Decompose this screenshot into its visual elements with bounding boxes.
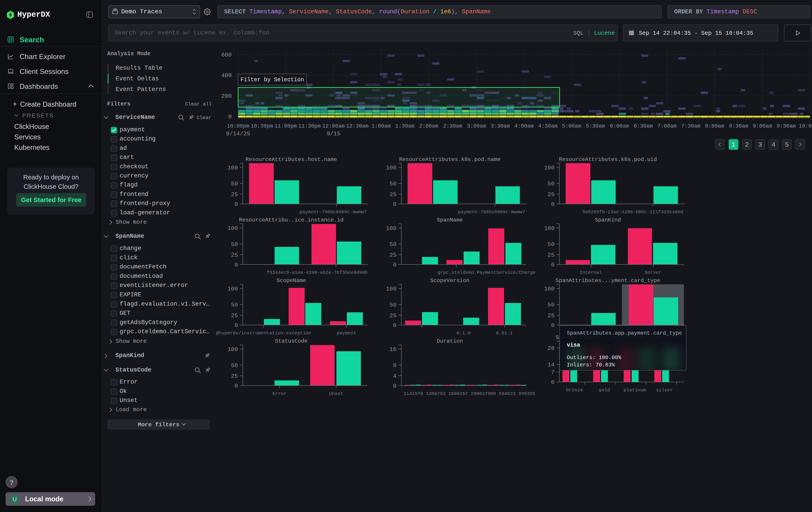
svg-text:0: 0 xyxy=(393,262,397,268)
svg-text:payment-7985c8969c-mwmw7: payment-7985c8969c-mwmw7 xyxy=(458,210,525,215)
svg-text:100: 100 xyxy=(386,164,397,171)
svg-text:50: 50 xyxy=(548,302,554,308)
svg-text:50: 50 xyxy=(389,181,397,187)
svg-text:0: 0 xyxy=(234,201,238,208)
svg-text:1141978 1386792 1600267 200027: 1141978 1386792 1600267 200027900 584623… xyxy=(404,391,535,396)
svg-text:25: 25 xyxy=(231,373,238,380)
svg-text:7: 7 xyxy=(551,369,554,376)
svg-text:Unset: Unset xyxy=(329,391,343,396)
svg-text:14: 14 xyxy=(548,361,554,368)
svg-text:ResourceAttributes.k8s.pod.nam: ResourceAttributes.k8s.pod.name xyxy=(399,157,500,162)
svg-text:50: 50 xyxy=(231,362,238,369)
svg-text:0: 0 xyxy=(234,322,238,329)
svg-text:0: 0 xyxy=(234,262,238,268)
svg-text:payment: payment xyxy=(337,330,356,336)
svg-text:grpc.oteldemo.PaymentService/C: grpc.oteldemo.PaymentService/Charge xyxy=(437,270,535,275)
svg-text:@hyperdx/instrumentation-excep: @hyperdx/instrumentation-exception xyxy=(216,330,311,336)
svg-text:0: 0 xyxy=(393,322,397,329)
svg-text:50: 50 xyxy=(231,181,238,187)
svg-text:gold: gold xyxy=(599,387,610,393)
svg-text:StatusCode: StatusCode xyxy=(275,338,308,344)
svg-text:50: 50 xyxy=(389,241,397,248)
svg-text:0: 0 xyxy=(234,383,238,389)
svg-text:25: 25 xyxy=(389,191,397,198)
svg-text:ResourceAttributes.k8s.pod.uid: ResourceAttributes.k8s.pod.uid xyxy=(559,157,657,162)
svg-text:25: 25 xyxy=(548,191,554,198)
svg-text:0: 0 xyxy=(551,379,554,386)
svg-text:ScopeName: ScopeName xyxy=(277,277,306,284)
svg-text:Internal: Internal xyxy=(580,270,602,275)
svg-text:25: 25 xyxy=(548,312,554,319)
svg-text:4: 4 xyxy=(393,373,397,380)
svg-text:28: 28 xyxy=(548,345,554,352)
svg-text:Duration: Duration xyxy=(437,338,463,344)
svg-text:100: 100 xyxy=(228,164,238,171)
svg-text:100: 100 xyxy=(228,225,238,232)
svg-text:0: 0 xyxy=(393,383,397,389)
svg-text:SpanName: SpanName xyxy=(437,217,463,223)
svg-text:Server: Server xyxy=(644,270,662,275)
svg-text:0: 0 xyxy=(551,262,554,268)
svg-text:25: 25 xyxy=(231,191,238,198)
svg-text:50: 50 xyxy=(548,241,554,248)
svg-text:100: 100 xyxy=(544,164,554,171)
svg-text:25: 25 xyxy=(548,252,554,259)
svg-text:0.51.1: 0.51.1 xyxy=(496,330,513,336)
svg-text:25: 25 xyxy=(231,312,238,319)
svg-text:SpanKind: SpanKind xyxy=(595,217,621,223)
svg-text:50: 50 xyxy=(548,181,554,187)
svg-text:100: 100 xyxy=(544,225,554,232)
svg-text:100: 100 xyxy=(228,346,238,353)
svg-text:Error: Error xyxy=(272,391,286,396)
svg-text:0: 0 xyxy=(393,201,397,208)
svg-text:50: 50 xyxy=(389,302,397,308)
svg-text:SpanAttributes...yment.card_ty: SpanAttributes...yment.card_type xyxy=(556,277,660,284)
svg-text:100: 100 xyxy=(544,286,554,292)
svg-text:25: 25 xyxy=(389,312,397,319)
svg-text:platinum: platinum xyxy=(624,387,646,393)
svg-text:payment-7985c8969c-mwmw7: payment-7985c8969c-mwmw7 xyxy=(299,210,367,215)
svg-text:bronze: bronze xyxy=(566,387,583,393)
svg-text:silver: silver xyxy=(656,387,673,393)
svg-text:16: 16 xyxy=(389,346,397,353)
svg-text:5e02b5fb-13ae-4296-bbbc-111f42: 5e02b5fb-13ae-4296-bbbc-111f423c460d xyxy=(582,210,683,215)
svg-text:ScopeVersion: ScopeVersion xyxy=(430,277,469,284)
svg-text:50: 50 xyxy=(231,241,238,248)
svg-text:100: 100 xyxy=(228,286,238,292)
svg-text:0: 0 xyxy=(551,201,554,208)
svg-text:8: 8 xyxy=(393,362,397,369)
svg-text:0: 0 xyxy=(551,322,554,329)
svg-text:f5344ec9-a1ea-4290-a62a-78f5be: f5344ec9-a1ea-4290-a62a-78f5bee8d90b xyxy=(267,270,368,275)
svg-text:ResourceAttribu..ice.instance.: ResourceAttribu..ice.instance.id xyxy=(239,217,344,223)
svg-text:25: 25 xyxy=(231,252,238,259)
svg-text:ResourceAttributes.host.name: ResourceAttributes.host.name xyxy=(245,157,337,162)
svg-text:0.1.0: 0.1.0 xyxy=(457,330,470,336)
svg-text:100: 100 xyxy=(386,225,397,232)
svg-text:50: 50 xyxy=(231,302,238,308)
svg-text:100: 100 xyxy=(386,286,397,292)
svg-text:25: 25 xyxy=(389,252,397,259)
